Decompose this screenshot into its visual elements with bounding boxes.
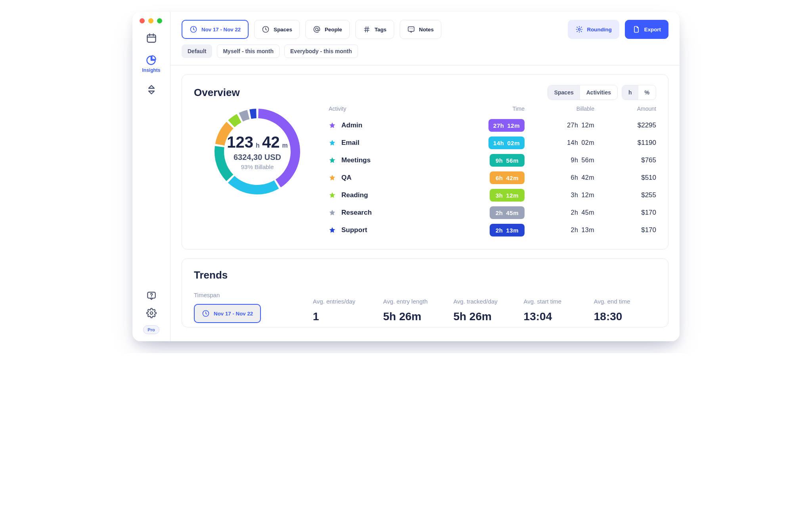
table-row[interactable]: Research 2h45m 2h45m $170 (329, 204, 656, 221)
trends-end-label: Avg. end time (594, 298, 656, 305)
preset-row: DefaultMyself - this monthEverybody - th… (182, 44, 668, 58)
filter-label: Notes (419, 27, 434, 33)
amount-value: $510 (601, 174, 656, 182)
billable-value: 27h12m (531, 122, 594, 129)
toolbar: Nov 17 - Nov 22 Spaces People Tags (170, 12, 680, 65)
calendar-icon (146, 33, 157, 44)
overview-card: Overview Spaces Activities h % (182, 74, 668, 250)
col-activity: Activity (329, 106, 463, 112)
donut-chart: 123h 42m 6324,30 USD 93% Billable (194, 104, 321, 199)
clock-icon (190, 25, 197, 33)
preset-myself-this-month[interactable]: Myself - this month (217, 44, 280, 58)
trends-end-value: 18:30 (594, 310, 656, 323)
export-button[interactable]: Export (625, 20, 668, 39)
segment-hours[interactable]: h (622, 85, 638, 100)
trends-timespan-label: Timespan (194, 292, 305, 298)
pro-badge[interactable]: Pro (143, 325, 159, 334)
activity-name: Reading (341, 191, 368, 199)
filter-label: People (325, 27, 342, 33)
rounding-button[interactable]: Rounding (568, 20, 619, 39)
preset-everybody-this-month[interactable]: Everybody - this month (284, 44, 358, 58)
amount-value: $2295 (601, 121, 656, 129)
mention-icon (313, 25, 321, 33)
swap-icon (146, 84, 157, 95)
trends-tracked-value: 5h 26m (453, 310, 515, 323)
star-icon (329, 139, 336, 146)
close-icon[interactable] (140, 18, 145, 23)
filter-spaces-button[interactable]: Spaces (254, 20, 300, 39)
sidebar-item-calendar[interactable] (146, 33, 157, 44)
fullscreen-icon[interactable] (157, 18, 162, 23)
billable-value: 6h42m (531, 174, 594, 181)
amount-value: $1190 (601, 139, 656, 147)
export-label: Export (644, 27, 661, 33)
filter-notes-button[interactable]: Notes (400, 20, 441, 39)
trends-date-label: Nov 17 - Nov 22 (214, 311, 253, 317)
amount-value: $255 (601, 191, 656, 199)
sidebar-item-transfer[interactable] (146, 84, 157, 95)
app-window: Insights Pro No (132, 12, 680, 341)
donut-hours: 123 (227, 133, 253, 151)
billable-value: 14h02m (531, 139, 594, 146)
segment-spaces[interactable]: Spaces (548, 85, 580, 100)
segment-activities[interactable]: Activities (580, 85, 617, 100)
time-pill: 9h56m (490, 154, 525, 167)
activity-name: Research (341, 209, 372, 217)
table-row[interactable]: QA 6h42m 6h42m $510 (329, 169, 656, 186)
time-pill: 14h02m (488, 136, 525, 149)
trends-title: Trends (194, 269, 656, 281)
hash-icon (363, 25, 371, 33)
table-row[interactable]: Reading 3h12m 3h12m $255 (329, 186, 656, 204)
sidebar-item-insights[interactable]: Insights (142, 55, 160, 73)
donut-billable: 93% Billable (241, 163, 274, 170)
unit-segment: h % (622, 85, 656, 100)
activity-name: QA (341, 174, 352, 182)
table-row[interactable]: Support 2h13m 2h13m $170 (329, 221, 656, 239)
svg-point-7 (578, 29, 580, 31)
activity-name: Email (341, 139, 359, 147)
trends-card: Trends Timespan Nov 17 - Nov 22 Avg. ent… (182, 258, 668, 327)
col-billable: Billable (531, 106, 594, 112)
sidebar-item-label: Insights (142, 67, 160, 73)
segment-percent[interactable]: % (638, 85, 656, 100)
sidebar-item-help[interactable] (146, 290, 157, 301)
donut-minutes: 42 (262, 133, 280, 151)
minimize-icon[interactable] (148, 18, 153, 23)
trends-length-value: 5h 26m (383, 310, 445, 323)
table-row[interactable]: Meetings 9h56m 9h56m $765 (329, 152, 656, 169)
col-time: Time (469, 106, 525, 112)
filter-people-button[interactable]: People (305, 20, 350, 39)
clock-icon (202, 309, 210, 317)
donut-amount: 6324,30 USD (234, 153, 281, 162)
gear-icon (146, 308, 157, 318)
date-range-label: Nov 17 - Nov 22 (201, 27, 241, 33)
time-pill: 6h42m (490, 171, 525, 184)
filter-tags-button[interactable]: Tags (355, 20, 394, 39)
billable-value: 3h12m (531, 192, 594, 199)
trends-entries-value: 1 (313, 310, 375, 323)
preset-default[interactable]: Default (182, 44, 212, 58)
billable-value: 2h13m (531, 227, 594, 234)
time-pill: 2h45m (490, 206, 525, 219)
clock-icon (262, 25, 270, 33)
date-range-button[interactable]: Nov 17 - Nov 22 (182, 20, 249, 39)
activity-name: Meetings (341, 156, 371, 164)
amount-value: $170 (601, 209, 656, 217)
table-row[interactable]: Admin 27h12m 27h12m $2295 (329, 117, 656, 134)
sidebar-item-settings[interactable] (146, 308, 157, 318)
trends-date-range-button[interactable]: Nov 17 - Nov 22 (194, 304, 261, 323)
time-pill: 3h12m (490, 189, 525, 202)
activity-name: Admin (341, 121, 362, 129)
window-traffic-lights (140, 18, 162, 23)
donut-total-time: 123h 42m (227, 133, 287, 151)
svg-rect-6 (408, 27, 414, 31)
star-icon (329, 227, 336, 234)
col-amount: Amount (601, 106, 656, 112)
time-pill: 27h12m (488, 119, 525, 132)
table-row[interactable]: Email 14h02m 14h02m $1190 (329, 134, 656, 152)
rounding-label: Rounding (587, 27, 612, 33)
sidebar: Insights Pro (132, 12, 170, 341)
star-icon (329, 122, 336, 129)
star-icon (329, 174, 336, 181)
filter-label: Spaces (274, 27, 292, 33)
